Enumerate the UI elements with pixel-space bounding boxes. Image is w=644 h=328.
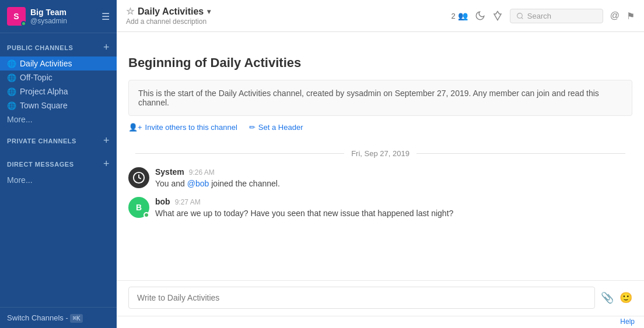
beginning-title: Beginning of Daily Activities xyxy=(128,55,632,70)
team-name: Big Team xyxy=(30,8,67,17)
team-info[interactable]: S Big Team @sysadmin xyxy=(7,7,67,26)
pencil-icon: ✏ xyxy=(249,123,256,132)
channel-actions: 👤+ Invite others to this channel ✏ Set a… xyxy=(128,123,632,132)
message-author: System xyxy=(155,167,184,177)
globe-icon: 🌐 xyxy=(7,101,16,110)
main-panel: ☆ Daily Activities ▾ Add a channel descr… xyxy=(117,0,644,328)
topbar-left: ☆ Daily Activities ▾ Add a channel descr… xyxy=(126,6,211,26)
invite-link[interactable]: 👤+ Invite others to this channel xyxy=(128,123,237,132)
sidebar-item-project-alpha[interactable]: 🌐 Project Alpha xyxy=(0,84,117,98)
star-icon[interactable]: ☆ xyxy=(126,6,134,17)
sidebar-bottom: Switch Channels - ⌘K xyxy=(0,307,117,328)
message-text: What are we up to today? Have you seen t… xyxy=(155,207,632,220)
input-area: 📎 🙂 xyxy=(117,280,644,316)
message-time: 9:26 AM xyxy=(189,168,215,177)
system-avatar xyxy=(128,167,149,188)
pin-icon[interactable] xyxy=(492,10,503,21)
team-text: Big Team @sysadmin xyxy=(30,8,67,26)
public-channels-header: PUBLIC CHANNELS + xyxy=(0,33,117,57)
sidebar-item-daily-activities[interactable]: 🌐 Daily Activities xyxy=(0,57,117,70)
channel-name: Off-Topic xyxy=(20,73,52,82)
online-indicator xyxy=(21,21,26,26)
globe-icon: 🌐 xyxy=(7,73,16,82)
sidebar-item-town-square[interactable]: 🌐 Town Square xyxy=(0,98,117,112)
switch-channels-label: Switch Channels xyxy=(7,313,64,322)
channel-name: Project Alpha xyxy=(20,87,68,96)
private-channels-label: PRIVATE CHANNELS xyxy=(7,137,76,144)
public-channels-label: PUBLIC CHANNELS xyxy=(7,44,73,51)
channel-name: Daily Activities xyxy=(20,59,72,68)
sidebar-item-off-topic[interactable]: 🌐 Off-Topic xyxy=(0,70,117,84)
beginning-section: Beginning of Daily Activities This is th… xyxy=(117,32,644,143)
attachment-icon[interactable]: 📎 xyxy=(601,291,614,304)
members-count[interactable]: 2 👥 xyxy=(452,11,468,20)
chat-area: Beginning of Daily Activities This is th… xyxy=(117,32,644,280)
emoji-icon[interactable]: 🙂 xyxy=(620,291,632,304)
message-content: bob 9:27 AM What are we up to today? Hav… xyxy=(155,197,632,220)
add-direct-message-icon[interactable]: + xyxy=(103,158,110,170)
menu-icon[interactable]: ☰ xyxy=(102,11,110,22)
direct-messages-label: DIRECT MESSAGES xyxy=(7,161,74,168)
globe-icon: 🌐 xyxy=(7,59,16,68)
message-header: System 9:26 AM xyxy=(155,167,632,177)
date-text: Fri, Sep 27, 2019 xyxy=(351,149,410,158)
add-public-channel-icon[interactable]: + xyxy=(103,41,110,54)
team-username: @sysadmin xyxy=(30,17,67,25)
invite-icon: 👤+ xyxy=(128,123,142,132)
search-box[interactable]: Search xyxy=(510,9,603,23)
private-channels-header: PRIVATE CHANNELS + xyxy=(0,126,117,150)
search-placeholder: Search xyxy=(527,12,551,20)
team-initial: S xyxy=(13,12,19,21)
message-header: bob 9:27 AM xyxy=(155,197,632,206)
add-private-channel-icon[interactable]: + xyxy=(103,135,110,147)
channel-info-text: This is the start of the Daily Activitie… xyxy=(138,89,599,107)
avatar-letter: B xyxy=(136,203,142,212)
date-divider: Fri, Sep 27, 2019 xyxy=(117,143,644,164)
bob-avatar: B xyxy=(128,197,149,218)
msg-text-before: You and xyxy=(155,179,187,188)
moon-icon[interactable] xyxy=(475,10,485,21)
sidebar-header: S Big Team @sysadmin ☰ xyxy=(0,0,117,33)
message-time: 9:27 AM xyxy=(175,198,201,206)
channel-info-box: This is the start of the Daily Activitie… xyxy=(128,80,632,116)
chat-input[interactable] xyxy=(128,287,595,309)
switch-channels[interactable]: Switch Channels - ⌘K xyxy=(7,313,110,322)
people-icon: 👥 xyxy=(458,11,468,20)
help-link[interactable]: Help xyxy=(620,318,635,326)
header-label: Set a Header xyxy=(258,123,303,132)
message-content: System 9:26 AM You and @bob joined the c… xyxy=(155,167,632,190)
online-indicator xyxy=(144,212,149,218)
sidebar: S Big Team @sysadmin ☰ PUBLIC CHANNELS +… xyxy=(0,0,117,328)
svg-point-0 xyxy=(517,13,522,18)
footer: Help xyxy=(117,316,644,328)
flag-icon[interactable]: ⚑ xyxy=(626,10,635,22)
public-channels-more[interactable]: More... xyxy=(0,112,117,126)
members-count-value: 2 xyxy=(452,12,456,20)
globe-icon: 🌐 xyxy=(7,87,16,96)
message-item: System 9:26 AM You and @bob joined the c… xyxy=(117,164,644,193)
channel-title: ☆ Daily Activities ▾ xyxy=(126,6,211,17)
msg-mention[interactable]: @bob xyxy=(187,179,209,188)
channel-title-text: Daily Activities xyxy=(138,6,204,17)
message-text: You and @bob joined the channel. xyxy=(155,178,632,190)
topbar-right: 2 👥 Search @ ⚑ xyxy=(452,9,635,23)
search-icon xyxy=(516,12,524,20)
mention-icon[interactable]: @ xyxy=(610,10,620,21)
topbar: ☆ Daily Activities ▾ Add a channel descr… xyxy=(117,0,644,32)
switch-channels-shortcut: ⌘K xyxy=(70,314,82,323)
direct-messages-more[interactable]: More... xyxy=(0,173,117,187)
channel-description[interactable]: Add a channel description xyxy=(126,17,211,26)
set-header-link[interactable]: ✏ Set a Header xyxy=(249,123,303,132)
chevron-down-icon[interactable]: ▾ xyxy=(207,8,211,16)
message-author: bob xyxy=(155,197,170,206)
team-avatar: S xyxy=(7,7,26,26)
channel-name: Town Square xyxy=(20,101,68,110)
direct-messages-header: DIRECT MESSAGES + xyxy=(0,150,117,173)
invite-label: Invite others to this channel xyxy=(145,123,237,132)
message-item: B bob 9:27 AM What are we up to today? H… xyxy=(117,193,644,223)
msg-text-after: joined the channel. xyxy=(209,179,279,188)
